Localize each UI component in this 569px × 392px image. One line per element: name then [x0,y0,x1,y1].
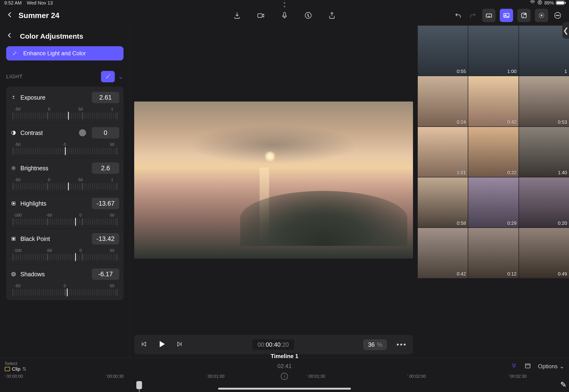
media-thumb[interactable]: 0:42 [418,228,468,278]
control-slider[interactable] [13,148,117,154]
thumb-duration: 1:40 [558,170,567,175]
control-label: Contrast [20,129,75,136]
browser-collapse-handle[interactable]: ❮ [562,22,569,39]
status-time: 9:52 AM [4,0,22,5]
control-slider[interactable] [13,183,117,189]
svg-point-9 [525,14,526,15]
light-section-label: LIGHT [6,73,23,80]
thumb-duration: 0:53 [558,120,567,125]
control-brightness: Brightness 2.6 -500501 [6,158,124,193]
chevron-down-icon: ⌄ [559,363,564,370]
timeline-ruler[interactable]: 00:00:0000:00:3000:01:0000:01:3000:02:00… [5,374,564,385]
zoom-level[interactable]: 36 % [363,339,387,350]
timeline-options-button[interactable]: Options ⌄ [538,363,564,370]
svg-point-23 [13,273,14,275]
jog-wheel-icon[interactable] [535,9,548,22]
media-thumb[interactable]: 0:29 [468,177,518,227]
timeline-name[interactable]: Timeline 1 [271,353,298,360]
prev-frame-button[interactable] [140,340,147,349]
control-label: Black Point [20,236,88,242]
svg-point-0 [538,0,542,4]
media-browser[interactable]: 0:551:0010:240:420:531:010:221:400:580:2… [417,25,569,358]
thumb-duration: 1:01 [457,170,466,175]
redo-icon [468,10,478,21]
media-thumb[interactable]: 1:00 [468,26,518,76]
thumb-duration: 0:22 [507,170,517,175]
markup-pen-icon[interactable]: ✎ [560,380,567,389]
control-label: Exposure [20,94,88,101]
enhance-light-color-button[interactable]: Enhance Light and Color [6,46,124,60]
more-icon[interactable] [552,10,563,21]
thumb-duration: 0:42 [507,120,517,125]
media-thumb[interactable]: 0:55 [418,26,468,76]
svg-rect-24 [525,364,530,368]
thumb-duration: 0:29 [507,221,517,226]
control-value[interactable]: 2.6 [92,162,119,174]
timeline-duration: 02:41 [278,363,291,369]
svg-rect-3 [284,12,286,16]
project-title[interactable]: Summer 24 [18,11,59,20]
media-thumb[interactable]: 0:49 [519,228,569,278]
media-thumb[interactable]: 0:22 [468,127,518,177]
control-slider[interactable] [13,219,117,225]
control-slider[interactable] [13,254,117,260]
undo-icon[interactable] [453,10,463,21]
media-thumb[interactable]: 0:53 [519,76,569,126]
camera-icon[interactable] [256,10,266,21]
svg-rect-1 [539,2,541,3]
thumb-duration: 0:58 [457,221,466,226]
control-highlights: Highlights -13.67 -100-50050 [6,193,124,229]
svg-rect-21 [13,238,14,239]
timecode-display[interactable]: 00:00:40:20 [252,339,294,350]
auto-light-button[interactable] [101,71,115,82]
contrast-dot[interactable] [79,129,86,136]
media-thumb[interactable]: 0:24 [418,76,468,126]
control-value[interactable]: -6.17 [92,268,119,280]
inspector-back-button[interactable] [6,32,13,41]
home-indicator[interactable] [218,388,351,390]
media-thumb[interactable]: 0:12 [468,228,518,278]
playhead[interactable] [139,382,139,392]
media-browser-button[interactable] [500,9,513,22]
control-black-point: Black Point -13.42 -100-50050 [6,229,124,264]
play-button[interactable] [157,339,167,350]
control-value[interactable]: -13.67 [92,198,119,209]
control-slider[interactable] [13,289,117,295]
timeline-index-icon[interactable] [524,362,531,370]
clip-selector[interactable]: Clip ⇅ [5,366,27,372]
svg-point-13 [556,15,557,16]
media-thumb[interactable]: 1 [519,26,569,76]
viewer-more-icon[interactable]: ••• [396,340,407,349]
generators-icon[interactable] [517,9,531,22]
svg-rect-2 [258,14,262,17]
snapping-icon[interactable] [511,362,518,370]
multitask-dots[interactable] [284,0,285,7]
light-collapse-button[interactable]: ⌄ [118,73,124,80]
media-thumb[interactable]: 0:58 [418,177,468,227]
control-value[interactable]: -13.42 [92,233,119,244]
control-value[interactable]: 0 [92,127,119,139]
svg-point-17 [13,167,14,169]
control-exposure: Exposure 2.61 -500501 [6,87,124,123]
control-value[interactable]: 2.61 [92,92,119,103]
media-thumb[interactable]: 0:42 [468,76,518,126]
next-frame-button[interactable] [176,340,183,349]
timeline-area: Select Clip ⇅ Timeline 1 02:41 i Options… [0,358,569,392]
media-thumb[interactable]: 1:40 [519,127,569,177]
battery-icon [556,1,565,5]
select-label: Select [5,361,27,366]
share-icon[interactable] [327,10,337,21]
keyboard-icon[interactable] [482,9,496,22]
thumb-duration: 0:20 [558,221,567,226]
import-icon[interactable] [232,10,242,21]
voiceover-icon[interactable] [279,10,290,21]
media-thumb[interactable]: 1:01 [418,127,468,177]
project-back-button[interactable] [6,11,13,20]
control-slider[interactable] [13,113,117,119]
status-date: Wed Nov 13 [27,0,53,5]
titles-icon[interactable] [303,10,313,21]
preview-frame[interactable] [134,101,413,258]
control-shadows: Shadows -6.17 -50050 [6,264,124,299]
viewer-area: 00:00:40:20 36 % ••• [130,25,417,358]
media-thumb[interactable]: 0:20 [519,177,569,227]
